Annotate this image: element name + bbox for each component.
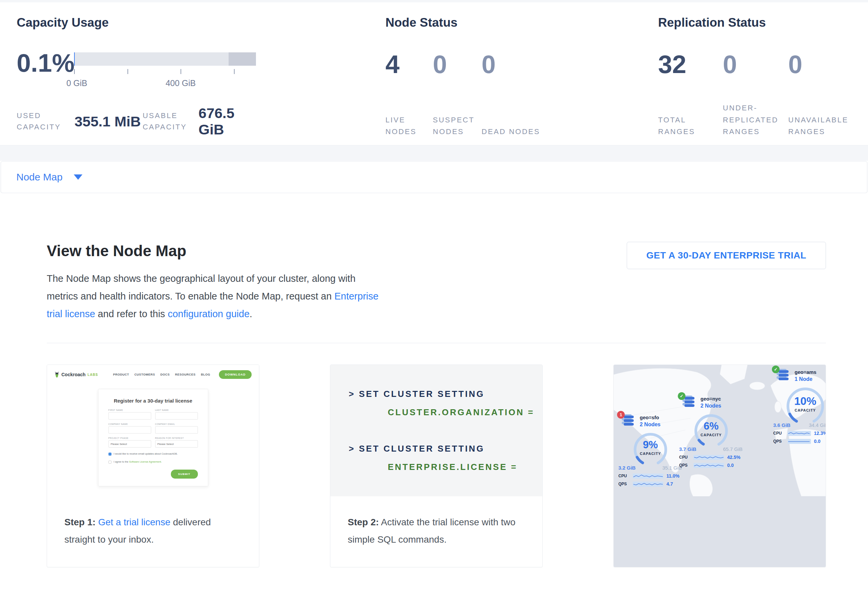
- promo-text-block: View the Node Map The Node Map shows the…: [47, 242, 381, 323]
- cpu-label: CPU: [679, 455, 691, 460]
- capacity-bar-used-segment: [74, 52, 75, 66]
- qps-sparkline-chart: [788, 439, 811, 444]
- qps-label: QPS: [619, 482, 630, 486]
- panel-gap: [0, 146, 868, 161]
- under-replicated-label: UNDER-REPLICATED RANGES: [723, 102, 788, 137]
- step1-caption: Step 1: Get a trial license delivered st…: [47, 496, 259, 548]
- configuration-guide-link[interactable]: configuration guide: [168, 309, 249, 319]
- view-selector-label[interactable]: Node Map: [16, 171, 62, 183]
- cluster-overview-page: Capacity Usage 0.1% 0 GiB 400 GiB USED C…: [0, 0, 868, 593]
- node-status-section: Node Status 4 0 0 LIVE NODES SUSPECT NOD…: [385, 2, 559, 145]
- mini-download-button: DOWNLOAD: [219, 370, 252, 379]
- dead-nodes-label: DEAD NODES: [481, 126, 542, 137]
- cluster-summary-panel: Capacity Usage 0.1% 0 GiB 400 GiB USED C…: [0, 2, 868, 146]
- axis-tick: [74, 69, 75, 74]
- capacity-gauge: 6% CAPACITY: [691, 411, 731, 446]
- description-text: .: [249, 309, 252, 319]
- axis-tick: [127, 69, 128, 74]
- qps-label: QPS: [773, 439, 785, 444]
- qps-label: QPS: [679, 463, 691, 468]
- capacity-percent: 10%: [783, 395, 826, 408]
- step1-thumbnail: Cockroach LABS PRODUCT CUSTOMERS DOCS RE…: [47, 365, 259, 496]
- axis-tick-label: 0 GiB: [66, 78, 87, 88]
- description-text: The Node Map shows the geographical layo…: [47, 273, 356, 302]
- cpu-value: 12.3%: [814, 431, 826, 436]
- sql-argument: ENTERPRISE.LICENSE =: [331, 462, 542, 472]
- description-text: and refer to this: [95, 309, 168, 319]
- locality-name: geo=nyc: [700, 396, 721, 402]
- field-label: PROJECT PHASE: [108, 437, 151, 439]
- replication-labels: TOTAL RANGES UNDER-REPLICATED RANGES UNA…: [658, 96, 855, 137]
- email-updates-checkbox: [108, 453, 111, 456]
- axis-tick: [180, 69, 181, 74]
- locality-nyc: ✓ geo=nyc 2 Nodes: [679, 396, 751, 468]
- sql-command: > SET CLUSTER SETTING: [331, 389, 542, 399]
- mini-nav-docs: DOCS: [160, 373, 170, 376]
- company-name-field: [108, 426, 151, 434]
- project-phase-select: Please Select: [108, 440, 151, 447]
- first-name-field: [108, 412, 151, 419]
- top-strip: [0, 0, 868, 2]
- node-status-labels: LIVE NODES SUSPECT NODES DEAD NODES: [385, 96, 542, 137]
- page-title: View the Node Map: [47, 242, 381, 260]
- capacity-bar-chart: 0 GiB 400 GiB: [74, 52, 256, 66]
- under-replicated-value: 0: [723, 52, 788, 77]
- unavailable-value: 0: [788, 52, 855, 77]
- promo-description: The Node Map shows the geographical layo…: [47, 270, 381, 323]
- locality-node-count: 2 Nodes: [640, 422, 660, 428]
- mini-nav-blog: BLOG: [201, 373, 210, 376]
- capacity-label: CAPACITY: [630, 452, 670, 456]
- node-status-title: Node Status: [385, 2, 559, 30]
- view-selector[interactable]: Node Map: [1, 161, 867, 193]
- cpu-value: 11.0%: [666, 473, 679, 478]
- mini-nav-customers: CUSTOMERS: [134, 373, 155, 376]
- suspect-nodes-label: SUSPECT NODES: [433, 114, 481, 137]
- mini-nav-product: PRODUCT: [113, 373, 129, 376]
- used-capacity-label: USED CAPACITY: [17, 110, 69, 133]
- capacity-bar-other-segment: [229, 52, 256, 66]
- cockroach-icon: [55, 372, 59, 378]
- section-divider: [47, 343, 826, 343]
- step2-card: > SET CLUSTER SETTING CLUSTER.ORGANIZATI…: [330, 365, 543, 567]
- locality-ams: ✓ geo=ams 1 Node: [773, 369, 826, 444]
- cpu-label: CPU: [619, 474, 630, 478]
- mini-submit-button: SUBMIT: [171, 469, 198, 478]
- capacity-percent: 0.1%: [17, 50, 74, 76]
- unavailable-label: UNAVAILABLE RANGES: [788, 114, 855, 137]
- reason-select: Please Select: [155, 440, 198, 447]
- get-trial-license-link[interactable]: Get a trial license: [98, 517, 170, 527]
- node-map-promo: View the Node Map The Node Map shows the…: [0, 193, 868, 567]
- locality-node-count: 2 Nodes: [700, 403, 721, 409]
- qps-value: 4.7: [666, 481, 673, 487]
- capacity-gauge: 9% CAPACITY: [630, 430, 670, 464]
- replication-status-title: Replication Status: [658, 2, 858, 30]
- license-agreement-checkbox: [108, 461, 111, 464]
- step3-caption: Step 3: Follow this guide to configure l…: [614, 567, 826, 567]
- used-capacity-value: 355.1 MiB: [74, 113, 143, 130]
- sql-argument: CLUSTER.ORGANIZATION =: [331, 407, 542, 418]
- locality-node-count: 1 Node: [794, 376, 816, 382]
- cpu-sparkline-chart: [788, 431, 811, 436]
- capacity-label: CAPACITY: [691, 433, 731, 437]
- license-agreement-link: Software License Agreement.: [129, 460, 162, 463]
- step3-thumbnail: 1 geo=sfo 2 Nodes: [614, 365, 826, 567]
- step1-card: Cockroach LABS PRODUCT CUSTOMERS DOCS RE…: [47, 365, 259, 567]
- sql-snippet: > SET CLUSTER SETTING CLUSTER.ORGANIZATI…: [331, 365, 542, 496]
- company-email-field: [155, 426, 198, 434]
- form-title: Register for a 30-day trial license: [108, 398, 198, 403]
- email-updates-label: I would like to receive email updates ab…: [114, 452, 178, 455]
- enterprise-trial-button[interactable]: GET A 30-DAY ENTERPRISE TRIAL: [627, 242, 826, 269]
- locality-name: geo=ams: [794, 369, 816, 375]
- field-label: FIRST NAME: [108, 409, 151, 411]
- dead-nodes-value: 0: [481, 52, 542, 77]
- suspect-nodes-value: 0: [433, 52, 481, 77]
- license-agreement-label: I agree to the Software License Agreemen…: [114, 460, 162, 463]
- qps-sparkline-chart: [633, 482, 663, 487]
- trial-license-form: Register for a 30-day trial license FIRS…: [98, 389, 208, 486]
- sql-command: > SET CLUSTER SETTING: [331, 444, 542, 454]
- step3-card: 1 geo=sfo 2 Nodes: [613, 365, 826, 567]
- usable-capacity-label: USABLE CAPACITY: [143, 110, 193, 133]
- capacity-usage-title: Capacity Usage: [17, 2, 264, 30]
- logo-sub-text: LABS: [87, 373, 98, 377]
- step2-label: Step 2:: [348, 517, 379, 527]
